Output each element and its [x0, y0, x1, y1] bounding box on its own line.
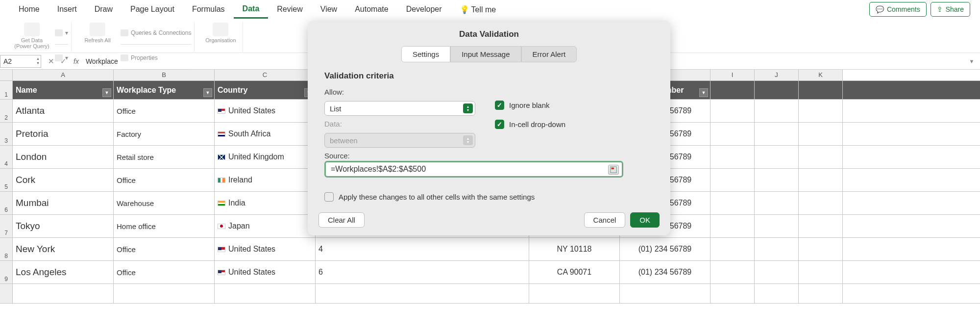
- cell-blank[interactable]: [215, 284, 316, 303]
- cell-blank[interactable]: [755, 284, 799, 303]
- menu-home[interactable]: Home: [10, 1, 49, 18]
- cell-name[interactable]: Mumbai: [13, 192, 114, 214]
- tab-input-message[interactable]: Input Message: [450, 46, 521, 62]
- col-head-j[interactable]: J: [755, 70, 799, 80]
- queries-button[interactable]: Queries & Connections: [121, 22, 191, 45]
- cell-blank[interactable]: [799, 100, 843, 122]
- comments-button[interactable]: 💬 Comments: [869, 2, 927, 17]
- cell-blank[interactable]: [755, 146, 799, 168]
- header-country[interactable]: Country▼: [215, 81, 316, 99]
- cell-blank[interactable]: [755, 238, 799, 260]
- header-name[interactable]: Name▼: [13, 81, 114, 99]
- menu-view[interactable]: View: [312, 1, 346, 18]
- header-blank[interactable]: [710, 81, 755, 99]
- menu-data[interactable]: Data: [234, 0, 269, 19]
- cell-contact[interactable]: (01) 234 56789: [620, 261, 710, 283]
- cell-name[interactable]: Los Angeles: [13, 261, 114, 283]
- cell-type[interactable]: Office: [114, 261, 215, 283]
- row-head[interactable]: 3: [0, 123, 13, 145]
- cell-name[interactable]: New York: [13, 238, 114, 260]
- menu-tellme[interactable]: 💡Tell me: [451, 1, 505, 18]
- row-head[interactable]: 4: [0, 146, 13, 168]
- organisation-button[interactable]: Organisation: [201, 22, 240, 43]
- menu-draw[interactable]: Draw: [86, 1, 122, 18]
- menu-formulas[interactable]: Formulas: [183, 1, 234, 18]
- fx-label[interactable]: fx: [74, 57, 79, 65]
- col-head-k[interactable]: K: [799, 70, 843, 80]
- incell-dropdown-checkbox[interactable]: ✓: [495, 120, 504, 129]
- row-head[interactable]: [0, 284, 13, 303]
- cell-blank[interactable]: [710, 146, 755, 168]
- cancel-formula-icon[interactable]: ✕: [48, 57, 54, 66]
- allow-select[interactable]: List ▲▼: [324, 101, 475, 116]
- cell-zip[interactable]: NY 10118: [529, 238, 620, 260]
- cell-s[interactable]: 4: [316, 238, 529, 260]
- col-head-i[interactable]: I: [710, 70, 755, 80]
- filter-icon[interactable]: ▼: [699, 88, 708, 97]
- row-head[interactable]: 8: [0, 238, 13, 260]
- header-blank[interactable]: [755, 81, 799, 99]
- cell-blank[interactable]: [13, 284, 114, 303]
- select-all-corner[interactable]: [0, 70, 13, 80]
- clear-all-button[interactable]: Clear All: [318, 212, 365, 228]
- cell-blank[interactable]: [799, 238, 843, 260]
- cell-blank[interactable]: [799, 123, 843, 145]
- get-data-button[interactable]: Get Data (Power Query): [13, 22, 51, 49]
- menu-automate[interactable]: Automate: [346, 1, 397, 18]
- cell-zip[interactable]: CA 90071: [529, 261, 620, 283]
- col-head-a[interactable]: A: [13, 70, 114, 80]
- cancel-button[interactable]: Cancel: [584, 212, 626, 228]
- expand-formula-icon[interactable]: ▼: [966, 58, 977, 64]
- cell-country[interactable]: United States: [215, 100, 316, 122]
- cell-blank[interactable]: [799, 192, 843, 214]
- cell-country[interactable]: United Kingdom: [215, 146, 316, 168]
- name-box[interactable]: A2 ▲▼: [0, 55, 41, 68]
- menu-developer[interactable]: Developer: [397, 1, 451, 18]
- cell-blank[interactable]: [710, 284, 755, 303]
- cell-blank[interactable]: [316, 284, 529, 303]
- filter-icon[interactable]: ▼: [203, 88, 212, 97]
- col-head-c[interactable]: C: [215, 70, 316, 80]
- cell-type[interactable]: Home office: [114, 215, 215, 237]
- cell-blank[interactable]: [710, 169, 755, 191]
- row-head[interactable]: 6: [0, 192, 13, 214]
- cell-country[interactable]: Japan: [215, 215, 316, 237]
- name-box-stepper[interactable]: ▲▼: [36, 56, 40, 65]
- menu-review[interactable]: Review: [268, 1, 311, 18]
- apply-all-checkbox[interactable]: [324, 192, 334, 202]
- cell-blank[interactable]: [799, 169, 843, 191]
- cell-type[interactable]: Factory: [114, 123, 215, 145]
- cell-name[interactable]: Pretoria: [13, 123, 114, 145]
- cell-name[interactable]: Tokyo: [13, 215, 114, 237]
- cell-blank[interactable]: [755, 192, 799, 214]
- ok-button[interactable]: OK: [630, 212, 660, 228]
- cell-country[interactable]: South Africa: [215, 123, 316, 145]
- cell-blank[interactable]: [710, 238, 755, 260]
- header-type[interactable]: Workplace Type▼: [114, 81, 215, 99]
- cell-blank[interactable]: [114, 284, 215, 303]
- cell-blank[interactable]: [755, 169, 799, 191]
- cell-blank[interactable]: [755, 123, 799, 145]
- header-blank[interactable]: [799, 81, 843, 99]
- menu-insert[interactable]: Insert: [49, 1, 86, 18]
- cell-blank[interactable]: [755, 215, 799, 237]
- tab-error-alert[interactable]: Error Alert: [521, 46, 577, 62]
- cell-country[interactable]: United States: [215, 238, 316, 260]
- tab-settings[interactable]: Settings: [401, 46, 450, 62]
- col-head-b[interactable]: B: [114, 70, 215, 80]
- cell-type[interactable]: Warehouse: [114, 192, 215, 214]
- range-picker-button[interactable]: [608, 165, 619, 175]
- cell-s[interactable]: 6: [316, 261, 529, 283]
- row-head[interactable]: 5: [0, 169, 13, 191]
- cell-country[interactable]: United States: [215, 261, 316, 283]
- cell-blank[interactable]: [710, 215, 755, 237]
- cell-blank[interactable]: [755, 261, 799, 283]
- cell-name[interactable]: Cork: [13, 169, 114, 191]
- cell-blank[interactable]: [799, 215, 843, 237]
- row-head-1[interactable]: 1: [0, 81, 13, 99]
- properties-button[interactable]: Properties: [121, 47, 191, 70]
- refresh-button[interactable]: Refresh All: [78, 22, 117, 43]
- ignore-blank-checkbox[interactable]: ✓: [495, 101, 504, 110]
- cell-country[interactable]: Ireland: [215, 169, 316, 191]
- cell-blank[interactable]: [529, 284, 620, 303]
